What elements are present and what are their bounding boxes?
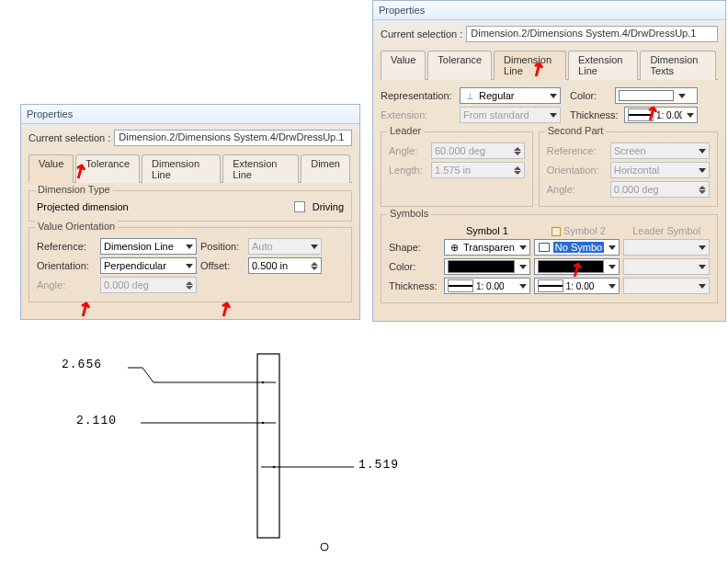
tab-value[interactable]: Value: [381, 51, 426, 80]
thickness-label: Thickness:: [570, 109, 620, 120]
sp-orientation-label: Orientation:: [547, 165, 607, 176]
shape-label: Shape:: [389, 242, 440, 253]
current-selection-combo[interactable]: Dimension.2/Dimensions System.4/DrwDress…: [114, 130, 352, 146]
group-second-part: Second Part Reference: Screen Orientatio…: [539, 131, 718, 207]
leader-angle-input: 60.000 deg: [431, 142, 525, 159]
sp-angle-label: Angle:: [547, 184, 607, 195]
group-dimension-type: Dimension Type Projected dimension Drivi…: [28, 190, 352, 222]
tab-extension-line[interactable]: Extension Line: [568, 51, 638, 80]
group-value-orientation: Value Orientation Reference: Dimension L…: [28, 227, 352, 302]
svg-rect-1: [257, 354, 279, 538]
sym-thickness-label: Thickness:: [389, 280, 440, 291]
dimension-value-2: 2.110: [76, 414, 117, 427]
shape-leader-combo: [623, 239, 710, 256]
offset-label: Offset:: [200, 260, 245, 271]
black-swatch: [448, 260, 515, 273]
current-selection-label: Current selection :: [28, 132, 110, 143]
leader-angle-label: Angle:: [389, 145, 427, 156]
leader-length-input: 1.575 in: [431, 162, 525, 178]
reference-combo[interactable]: Dimension Line: [100, 238, 197, 255]
line-weight-swatch: [448, 279, 473, 292]
thickness1-combo[interactable]: 1: 0.00: [444, 278, 530, 294]
shape2-combo[interactable]: No Symbo: [534, 239, 620, 256]
representation-label: Representation:: [381, 90, 456, 101]
svg-rect-0: [539, 244, 549, 252]
color-leader-combo: [623, 258, 710, 275]
tab-dimension-texts[interactable]: Dimension Texts: [640, 51, 716, 80]
tabs: Value Tolerance Dimension Line Extension…: [28, 154, 352, 183]
color1-combo[interactable]: [444, 258, 530, 275]
tabs: Value Tolerance Dimension Line Extension…: [381, 50, 718, 80]
thickness-leader-combo: [623, 278, 710, 294]
tab-value[interactable]: Value: [28, 154, 74, 183]
legend-dimension-type: Dimension Type: [35, 184, 113, 195]
svg-point-13: [321, 543, 328, 551]
representation-combo[interactable]: Regular: [460, 87, 561, 104]
link-icon[interactable]: [552, 227, 561, 236]
drawing-view: 2.656 2.110 1.519: [51, 349, 510, 561]
offset-input[interactable]: 0.500 in: [248, 257, 322, 274]
legend-value-orientation: Value Orientation: [35, 221, 118, 232]
position-label: Position:: [200, 241, 245, 252]
sp-orientation-combo: Horizontal: [610, 162, 710, 178]
legend-leader: Leader: [387, 125, 424, 136]
current-selection-combo[interactable]: Dimension.2/Dimensions System.4/DrwDress…: [466, 26, 718, 42]
extension-combo: From standard: [460, 107, 561, 123]
right-properties-panel: Properties Current selection : Dimension…: [372, 0, 726, 322]
group-symbols: Symbols Symbol 1 Symbol 2 Leader Symbol …: [381, 214, 718, 303]
black-swatch: [538, 260, 605, 273]
reference-label: Reference:: [37, 241, 97, 252]
svg-point-12: [273, 466, 275, 468]
col-symbol2: Symbol 2: [534, 225, 620, 236]
tab-tolerance[interactable]: Tolerance: [427, 51, 492, 80]
position-combo[interactable]: Auto: [248, 238, 322, 255]
sp-angle-input: 0.000 deg: [610, 181, 710, 198]
tab-dimension-line[interactable]: Dimension Line: [142, 154, 221, 183]
dimension-value-1: 2.656: [62, 358, 102, 371]
tab-tolerance[interactable]: Tolerance: [75, 154, 140, 183]
line-weight-swatch: [628, 108, 654, 121]
orientation-combo[interactable]: Perpendicular: [100, 257, 197, 274]
regular-icon: [463, 90, 476, 101]
driving-checkbox[interactable]: [294, 201, 305, 212]
sp-reference-label: Reference:: [547, 145, 607, 156]
line-weight-swatch: [538, 279, 563, 292]
color-label: Color:: [570, 90, 611, 101]
driving-label: Driving: [313, 201, 344, 212]
svg-point-6: [262, 381, 264, 383]
legend-second-part: Second Part: [545, 125, 607, 136]
angle-label: Angle:: [37, 279, 97, 290]
panel-title: Properties: [21, 105, 359, 124]
color2-combo[interactable]: [534, 258, 620, 275]
tab-extension-line[interactable]: Extension Line: [222, 154, 299, 183]
angle-input: 0.000 deg: [100, 277, 197, 293]
tab-dimension-line[interactable]: Dimension Line: [494, 51, 566, 80]
sym-color-label: Color:: [389, 261, 440, 272]
orientation-label: Orientation:: [37, 260, 97, 271]
col-symbol1: Symbol 1: [444, 225, 530, 236]
group-leader: Leader Angle: 60.000 deg Length: 1.575 i…: [381, 131, 533, 207]
svg-point-9: [262, 422, 264, 424]
col-leader-symbol: Leader Symbol: [623, 225, 710, 236]
projected-dimension-text: Projected dimension: [37, 201, 290, 212]
svg-line-4: [142, 368, 154, 382]
sp-reference-combo: Screen: [610, 142, 710, 159]
color-swatch: [619, 90, 674, 101]
current-selection-label: Current selection :: [381, 28, 462, 40]
panel-title: Properties: [373, 1, 725, 20]
open-circle-icon: [448, 242, 461, 254]
legend-symbols: Symbols: [387, 208, 431, 219]
shape1-combo[interactable]: Transparen: [444, 239, 530, 256]
thickness2-combo[interactable]: 1: 0.00: [534, 278, 620, 294]
dimension-value-3: 1.519: [358, 458, 399, 472]
color-combo[interactable]: [615, 87, 698, 104]
leader-length-label: Length:: [389, 165, 427, 176]
left-properties-panel: Properties Current selection : Dimension…: [20, 104, 360, 320]
tab-dimension-texts-cut[interactable]: Dimen: [301, 154, 350, 183]
no-symbol-icon: [538, 243, 551, 252]
extension-label: Extension:: [381, 109, 456, 120]
thickness-combo[interactable]: 1: 0.00: [624, 107, 698, 123]
